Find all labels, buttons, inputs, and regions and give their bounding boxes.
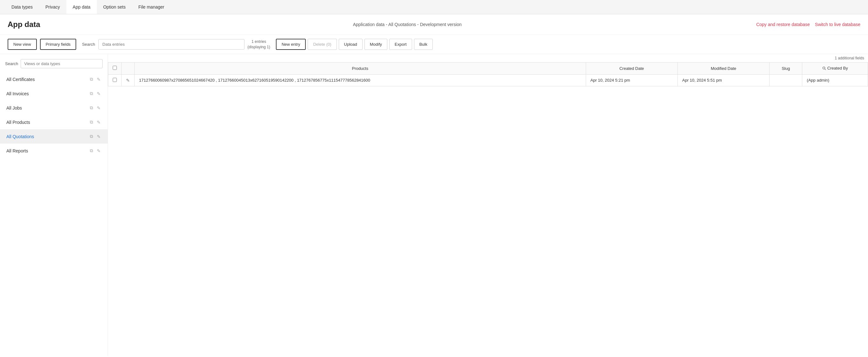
header-created-date: Created Date — [586, 63, 678, 75]
header-modified-date: Modified Date — [678, 63, 769, 75]
header-actions-col — [122, 63, 134, 75]
upload-button[interactable]: Upload — [339, 39, 363, 50]
edit-icon[interactable]: ✎ — [96, 119, 101, 125]
created-by-search-header: Created By — [822, 66, 848, 70]
header-checkbox-col — [108, 63, 122, 75]
row-created-by-cell: (App admin) — [802, 74, 868, 86]
edit-icon[interactable]: ✎ — [96, 105, 101, 111]
tab-file-manager[interactable]: File manager — [132, 0, 171, 14]
tab-privacy[interactable]: Privacy — [39, 0, 66, 14]
row-checkbox[interactable] — [113, 78, 117, 82]
sidebar-item-label: All Quotations — [6, 134, 89, 139]
tab-data-types[interactable]: Data types — [5, 0, 39, 14]
tab-app-data[interactable]: App data — [66, 0, 97, 14]
sidebar-item-all-jobs[interactable]: All Jobs ⧉ ✎ — [0, 101, 107, 115]
table-header-row: Products Created Date Modified Date Slug… — [108, 63, 868, 75]
table-row: ✎ 17127660060987x270865651024667420 , 17… — [108, 74, 868, 86]
data-area: 1 additional fields Products Created Dat… — [108, 54, 868, 356]
row-slug-cell — [770, 74, 802, 86]
sidebar-item-label: All Jobs — [6, 106, 89, 111]
sidebar-item-label: All Reports — [6, 148, 89, 153]
entries-count: 1 entries (displaying 1) — [248, 39, 270, 50]
sidebar-item-all-products[interactable]: All Products ⧉ ✎ — [0, 115, 107, 129]
toolbar: New view Primary fields Search 1 entries… — [0, 35, 868, 54]
sidebar-item-icons: ⧉ ✎ — [89, 105, 101, 111]
row-created-date-cell: Apr 10, 2024 5:21 pm — [586, 74, 678, 86]
sidebar-item-icons: ⧉ ✎ — [89, 76, 101, 83]
primary-fields-button[interactable]: Primary fields — [40, 39, 76, 50]
data-table: Products Created Date Modified Date Slug… — [108, 62, 868, 86]
new-entry-button[interactable]: New entry — [276, 39, 306, 50]
switch-live-button[interactable]: Switch to live database — [815, 22, 860, 27]
search-icon — [822, 66, 826, 70]
modify-button[interactable]: Modify — [365, 39, 387, 50]
copy-icon[interactable]: ⧉ — [89, 90, 94, 97]
header-slug: Slug — [770, 63, 802, 75]
row-modified-date-cell: Apr 10, 2024 5:51 pm — [678, 74, 769, 86]
row-actions-cell: ✎ — [122, 74, 134, 86]
sidebar-item-all-quotations[interactable]: All Quotations ⧉ ✎ — [0, 129, 107, 144]
copy-icon[interactable]: ⧉ — [89, 105, 94, 111]
sidebar-item-icons: ⧉ ✎ — [89, 119, 101, 125]
main-content: Search All Certificates ⧉ ✎ All Invoices… — [0, 54, 868, 356]
new-view-button[interactable]: New view — [8, 39, 37, 50]
copy-restore-button[interactable]: Copy and restore database — [756, 22, 810, 27]
sidebar-item-label: All Invoices — [6, 91, 89, 96]
page-title: App data — [8, 20, 58, 29]
row-products-cell: 17127660060987x270865651024667420 , 1712… — [134, 74, 586, 86]
sidebar-search-input[interactable] — [21, 59, 102, 68]
sidebar-search-row: Search — [0, 59, 107, 72]
edit-icon[interactable]: ✎ — [96, 133, 101, 140]
header-products: Products — [134, 63, 586, 75]
export-button[interactable]: Export — [389, 39, 412, 50]
page-subtitle: Application data - All Quotations - Deve… — [66, 22, 749, 27]
copy-icon[interactable]: ⧉ — [89, 76, 94, 83]
search-input[interactable] — [98, 39, 245, 50]
sidebar-item-all-reports[interactable]: All Reports ⧉ ✎ — [0, 144, 107, 158]
sidebar-item-label: All Certificates — [6, 77, 89, 82]
sidebar-search-label: Search — [5, 61, 18, 66]
copy-icon[interactable]: ⧉ — [89, 147, 94, 154]
tab-option-sets[interactable]: Option sets — [97, 0, 132, 14]
additional-fields-row: 1 additional fields — [108, 54, 868, 62]
search-label: Search — [82, 42, 95, 47]
edit-icon[interactable]: ✎ — [96, 76, 101, 83]
sidebar-item-icons: ⧉ ✎ — [89, 133, 101, 140]
sidebar-item-all-certificates[interactable]: All Certificates ⧉ ✎ — [0, 72, 107, 86]
toolbar-right: New entry Delete (0) Upload Modify Expor… — [276, 39, 433, 50]
sidebar: Search All Certificates ⧉ ✎ All Invoices… — [0, 54, 108, 356]
delete-button[interactable]: Delete (0) — [308, 39, 337, 50]
edit-icon[interactable]: ✎ — [96, 147, 101, 154]
header-actions: Copy and restore database Switch to live… — [756, 22, 860, 27]
edit-icon[interactable]: ✎ — [96, 90, 101, 97]
page-header: App data Application data - All Quotatio… — [0, 14, 868, 35]
sidebar-item-all-invoices[interactable]: All Invoices ⧉ ✎ — [0, 86, 107, 101]
sidebar-item-icons: ⧉ ✎ — [89, 147, 101, 154]
sidebar-item-icons: ⧉ ✎ — [89, 90, 101, 97]
top-nav: Data types Privacy App data Option sets … — [0, 0, 868, 14]
row-checkbox-cell — [108, 74, 122, 86]
svg-line-1 — [825, 69, 826, 69]
select-all-checkbox[interactable] — [113, 66, 117, 70]
sidebar-item-label: All Products — [6, 120, 89, 125]
bulk-button[interactable]: Bulk — [414, 39, 433, 50]
copy-icon[interactable]: ⧉ — [89, 133, 94, 140]
header-created-by: Created By — [802, 63, 868, 75]
page-container: App data Application data - All Quotatio… — [0, 14, 868, 356]
copy-icon[interactable]: ⧉ — [89, 119, 94, 125]
additional-fields-count: 1 additional fields — [835, 56, 864, 60]
row-edit-button[interactable]: ✎ — [126, 78, 130, 83]
